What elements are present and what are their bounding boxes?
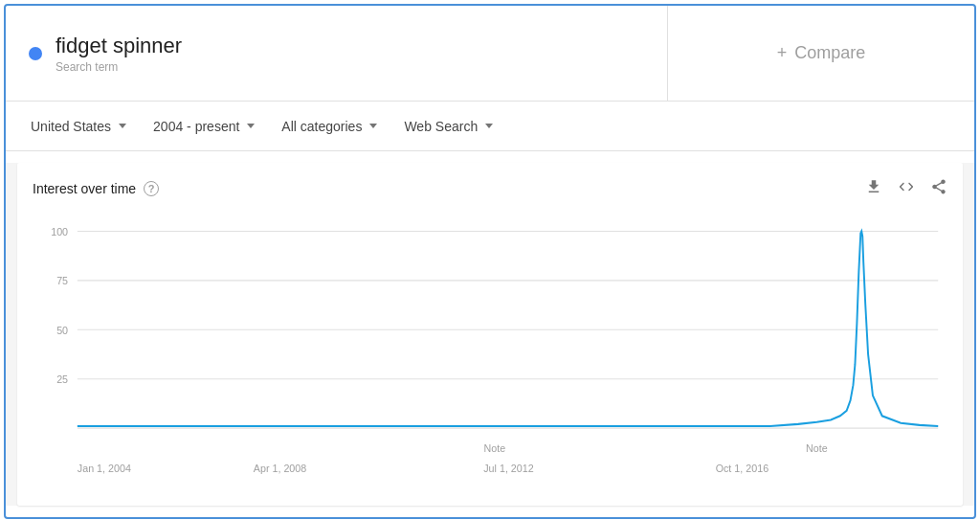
embed-icon[interactable] [898, 178, 915, 199]
x-label-2016: Oct 1, 2016 [716, 463, 768, 475]
category-filter[interactable]: All categories [272, 113, 387, 140]
compare-plus-icon: + [777, 43, 788, 63]
chart-title-area: Interest over time ? [33, 181, 159, 196]
search-term-sublabel: Search term [56, 60, 182, 74]
x-label-2012: Jul 1, 2012 [483, 463, 533, 475]
region-filter[interactable]: United States [21, 113, 136, 140]
filter-bar: United States 2004 - present All categor… [6, 102, 974, 151]
svg-text:100: 100 [51, 225, 68, 237]
category-chevron-icon [369, 124, 377, 128]
time-chevron-icon [247, 124, 255, 128]
region-filter-label: United States [31, 119, 111, 134]
chart-container: 100 75 50 25 Note Note Jan 1, 2004 Apr 1… [33, 211, 947, 498]
trend-chart: 100 75 50 25 Note Note Jan 1, 2004 Apr 1… [33, 211, 947, 498]
chart-header: Interest over time ? [33, 178, 947, 199]
search-term-section: fidget spinner Search term [6, 6, 668, 101]
compare-section[interactable]: + Compare [668, 6, 974, 101]
help-icon[interactable]: ? [144, 181, 159, 196]
trend-line [78, 231, 938, 426]
main-content: Interest over time ? [6, 163, 974, 506]
search-term-text: fidget spinner Search term [56, 34, 182, 74]
search-term-title: fidget spinner [56, 34, 182, 58]
svg-text:75: 75 [56, 275, 68, 287]
region-chevron-icon [119, 124, 126, 128]
chart-section: Interest over time ? [17, 163, 963, 506]
x-label-2004: Jan 1, 2004 [78, 463, 131, 475]
note-label-2: Note [806, 441, 828, 454]
time-filter-label: 2004 - present [153, 119, 239, 134]
note-label-1: Note [484, 441, 506, 454]
svg-text:50: 50 [56, 324, 68, 336]
type-filter[interactable]: Web Search [394, 113, 502, 140]
download-icon[interactable] [865, 178, 882, 199]
header: fidget spinner Search term + Compare [6, 6, 974, 102]
svg-text:25: 25 [56, 373, 68, 386]
type-chevron-icon [485, 124, 493, 128]
category-filter-label: All categories [281, 119, 362, 134]
app-container: fidget spinner Search term + Compare Uni… [4, 4, 976, 519]
time-filter[interactable]: 2004 - present [144, 113, 264, 140]
search-term-dot [29, 47, 42, 60]
compare-label: Compare [794, 43, 865, 63]
type-filter-label: Web Search [404, 119, 478, 134]
x-label-2008: Apr 1, 2008 [254, 463, 306, 475]
chart-title: Interest over time [33, 181, 136, 196]
share-icon[interactable] [930, 178, 947, 199]
chart-actions [865, 178, 947, 199]
